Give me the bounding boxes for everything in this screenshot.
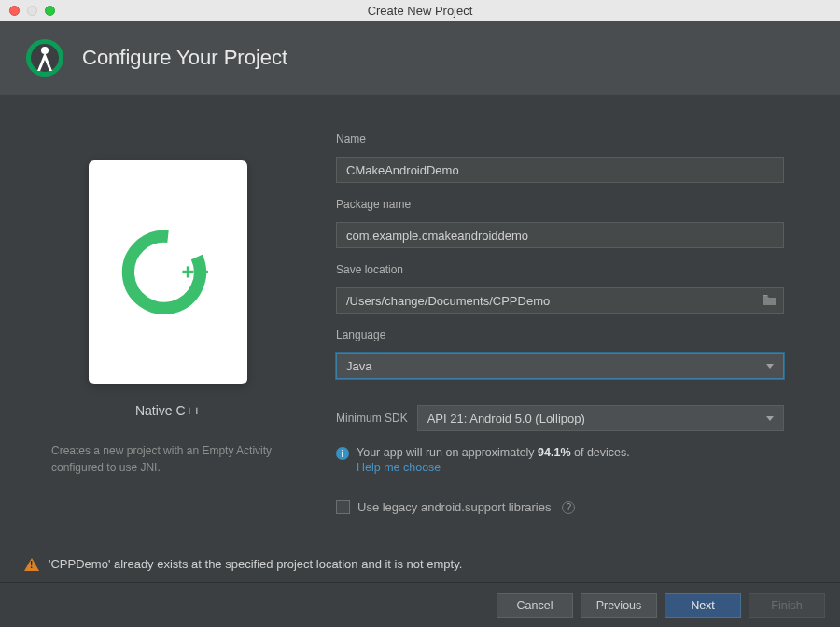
info-icon: i <box>336 447 349 460</box>
sdk-info: i Your app will run on approximately 94.… <box>336 446 784 474</box>
titlebar: Create New Project <box>0 0 840 21</box>
help-icon[interactable]: ? <box>562 501 575 514</box>
package-input[interactable] <box>336 222 784 248</box>
dialog-footer: Cancel Previous Next Finish <box>0 582 840 627</box>
location-input[interactable] <box>336 287 784 314</box>
svg-rect-4 <box>182 271 193 273</box>
finish-button: Finish <box>749 593 825 618</box>
android-studio-logo-icon <box>24 37 65 78</box>
location-label: Save location <box>336 263 784 276</box>
template-preview-pane: Native C++ Creates a new project with an… <box>0 123 336 526</box>
legacy-support-checkbox[interactable] <box>336 500 350 514</box>
previous-button[interactable]: Previous <box>581 593 657 618</box>
dialog-header: Configure Your Project <box>0 21 840 95</box>
warning-text: 'CPPDemo' already exists at the specifie… <box>49 557 462 571</box>
sdk-label: Minimum SDK <box>336 411 408 425</box>
template-preview-card <box>89 160 247 384</box>
language-select[interactable]: Java <box>336 353 784 379</box>
help-me-choose-link[interactable]: Help me choose <box>357 461 630 474</box>
template-name: Native C++ <box>135 403 201 418</box>
language-label: Language <box>336 328 784 341</box>
window-title: Create New Project <box>0 4 840 18</box>
cpp-template-icon <box>117 221 219 324</box>
form-pane: Name Package name Save location Language… <box>336 123 840 526</box>
sdk-value: API 21: Android 5.0 (Lollipop) <box>427 411 585 425</box>
svg-rect-6 <box>197 271 208 273</box>
chevron-down-icon <box>766 364 774 369</box>
cancel-button[interactable]: Cancel <box>497 593 573 618</box>
warning-bar: 'CPPDemo' already exists at the specifie… <box>0 550 840 578</box>
next-button[interactable]: Next <box>665 593 741 618</box>
sdk-select[interactable]: API 21: Android 5.0 (Lollipop) <box>417 405 784 431</box>
chevron-down-icon <box>766 416 774 421</box>
legacy-support-label: Use legacy android.support libraries <box>357 500 551 514</box>
package-label: Package name <box>336 198 784 211</box>
dialog-title: Configure Your Project <box>82 46 287 70</box>
name-input[interactable] <box>336 157 784 183</box>
template-description: Creates a new project with an Empty Acti… <box>51 442 285 476</box>
name-label: Name <box>336 132 784 146</box>
browse-folder-icon[interactable] <box>762 293 777 306</box>
language-value: Java <box>346 359 371 373</box>
warning-icon <box>24 558 39 571</box>
